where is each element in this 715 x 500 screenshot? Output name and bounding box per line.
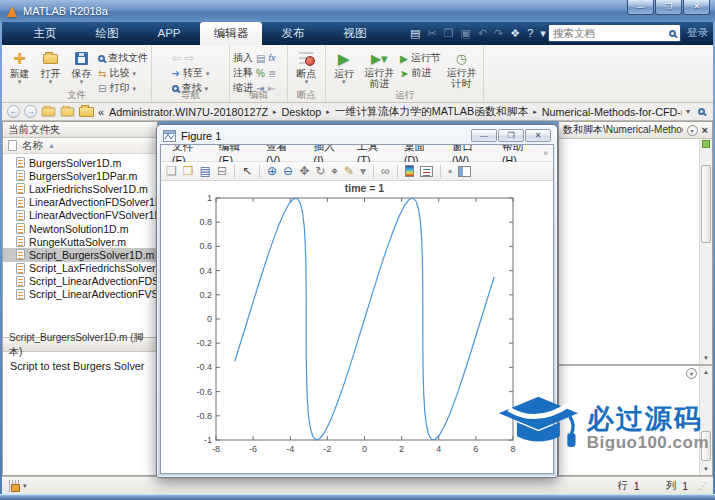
open-button[interactable]: 打开▾ <box>36 47 65 89</box>
name-column-header[interactable]: 名称 ▲ <box>3 138 157 154</box>
lower-panel-menu-icon[interactable]: ▾ <box>686 368 697 379</box>
paste-icon[interactable]: ▣ <box>461 26 471 41</box>
insert-legend-icon[interactable] <box>420 166 433 177</box>
help-icon[interactable]: ? <box>527 26 533 41</box>
status-security-icon[interactable] <box>9 480 20 492</box>
tab-editor[interactable]: 编辑器 <box>200 22 262 45</box>
file-list-item[interactable]: LinearAdvectionFDSolver1D.m <box>3 196 157 209</box>
figure-close-button[interactable]: ✕ <box>525 129 551 142</box>
brush-dropdown-caret[interactable]: ▾ <box>360 163 366 180</box>
figure-minimize-button[interactable]: — <box>471 129 497 142</box>
file-list-item[interactable]: LaxFriedrichsSolver1D.m <box>3 182 157 195</box>
hide-plot-tools-icon[interactable]: ▪ <box>448 163 452 180</box>
close-button[interactable]: ✕ <box>683 0 710 15</box>
breadcrumb-segment[interactable]: Desktop <box>282 106 322 118</box>
tab-plots[interactable]: 绘图 <box>76 22 138 44</box>
goto-button[interactable]: ➔转至▾ <box>172 67 210 79</box>
search-icon[interactable] <box>669 30 676 37</box>
file-list-item[interactable]: Script_BurgersSolver1D.m <box>3 248 157 261</box>
address-search-icon[interactable] <box>698 108 705 115</box>
new-button[interactable]: ✚ 新建▾ <box>5 47 34 89</box>
resize-grip[interactable]: ⋰ <box>698 481 706 491</box>
tab-publish[interactable]: 发布 <box>262 22 324 44</box>
editor-scrollbar[interactable]: ▲ ▼ <box>699 139 712 364</box>
file-list-item[interactable]: NewtonSolution1D.m <box>3 222 157 235</box>
breadcrumb-segment[interactable]: Administrator.WIN7U-20180127Z <box>109 106 268 118</box>
nav-forward-icon[interactable]: → <box>24 105 37 118</box>
save-button[interactable]: 保存▾ <box>67 47 96 89</box>
data-cursor-icon[interactable]: ⌖ <box>331 163 338 180</box>
maximize-button[interactable]: ❐ <box>655 0 682 15</box>
run-section-button[interactable]: ▶运行节 <box>400 52 441 64</box>
doc-search-box[interactable] <box>548 24 681 42</box>
print-figure-icon[interactable]: ⊟ <box>217 163 227 180</box>
panel-close-icon[interactable]: × <box>702 125 708 136</box>
file-list-item[interactable]: RungeKuttaSolver.m <box>3 235 157 248</box>
address-dropdown-caret[interactable]: ▾ <box>686 109 690 114</box>
run-and-advance-button[interactable]: ▶▾ 运行并前进 <box>361 47 398 89</box>
forward-arrow-icon[interactable]: ⇨ <box>185 51 195 65</box>
save-icon[interactable]: ▤ <box>410 26 420 41</box>
scroll-down-icon[interactable]: ▼ <box>700 352 712 364</box>
plot-canvas[interactable]: -8-6-4-202468-1-0.8-0.6-0.4-0.200.20.40.… <box>161 181 553 474</box>
link-plot-icon[interactable]: ∞ <box>381 163 390 180</box>
insert-button[interactable]: 插入▤fx <box>233 52 276 64</box>
browse-folder-icon[interactable] <box>61 107 75 116</box>
file-name: Script_LinearAdvectionFDSolver1D.m <box>29 275 157 287</box>
scroll-up-icon[interactable]: ▲ <box>700 366 712 378</box>
file-list-item[interactable]: Script_LaxFriedrichsSolver1D.m <box>3 262 157 275</box>
doc-search-input[interactable] <box>553 27 666 39</box>
tab-view[interactable]: 视图 <box>324 22 386 44</box>
file-list-item[interactable]: LinearAdvectionFVSolver1D.m <box>3 209 157 222</box>
graduation-cap-icon <box>497 395 580 461</box>
folder-up-icon[interactable] <box>42 107 56 116</box>
switch-windows-icon[interactable]: ❖ <box>510 26 520 41</box>
breadcrumb-segment[interactable]: Numerical-Methods-for-CFD-master <box>542 106 682 118</box>
editor-content[interactable]: ▲ ▼ <box>559 139 712 364</box>
editor-scroll-thumb[interactable] <box>701 165 711 243</box>
compare-button[interactable]: ⇆比较▾ <box>98 67 148 79</box>
back-arrow-icon[interactable]: ⇦ <box>172 51 182 65</box>
open-file-icon[interactable]: ❒ <box>183 163 194 180</box>
save-figure-icon[interactable]: ▤ <box>200 163 211 180</box>
menu-overflow-icon[interactable]: » <box>543 148 553 158</box>
find-files-button[interactable]: 查找文件 <box>98 52 148 64</box>
minimize-button[interactable]: — <box>627 0 654 15</box>
x-tick-label: -2 <box>323 444 331 454</box>
group-label-file: 文件 <box>2 89 151 102</box>
comment-button[interactable]: 注释%≣ <box>233 67 276 79</box>
nav-back-icon[interactable]: ← <box>7 105 20 118</box>
zoom-in-icon[interactable]: ⊕ <box>267 163 277 180</box>
rotate-3d-icon[interactable]: ↻ <box>315 163 325 180</box>
file-list-item[interactable]: Script_LinearAdvectionFDSolver1D.m <box>3 275 157 288</box>
cut-icon[interactable]: ✂ <box>427 26 436 41</box>
edit-plot-arrow-icon[interactable]: ↖ <box>242 163 252 180</box>
panel-menu-icon[interactable]: ▾ <box>687 125 698 136</box>
status-caret-icon[interactable]: ▾ <box>23 483 27 488</box>
figure-restore-button[interactable]: ❐ <box>498 129 524 142</box>
breakpoints-button[interactable]: 断点▾ <box>291 47 322 89</box>
figure-titlebar[interactable]: Figure 1 — ❐ ✕ <box>160 127 554 144</box>
redo-icon[interactable]: ↷ <box>494 26 503 41</box>
run-and-time-button[interactable]: ◷ 运行并计时 <box>443 47 480 89</box>
file-list-item[interactable]: Script_LinearAdvectionFVSolver1D.m <box>3 288 157 301</box>
file-list-item[interactable]: BurgersSolver1DPar.m <box>3 169 157 182</box>
brush-icon[interactable]: ✎ <box>344 163 354 180</box>
pan-icon[interactable]: ✥ <box>299 163 309 180</box>
file-details-header[interactable]: Script_BurgersSolver1D.m (脚本) <box>3 337 157 352</box>
copy-icon[interactable]: ❐ <box>444 26 454 41</box>
dropdown-caret[interactable]: ▾ <box>540 26 546 41</box>
zoom-out-icon[interactable]: ⊖ <box>283 163 293 180</box>
advance-button[interactable]: ➤前进 <box>400 67 441 79</box>
run-button[interactable]: ▶ 运行▾ <box>329 47 359 89</box>
insert-colorbar-icon[interactable] <box>405 165 414 177</box>
breadcrumb-segment[interactable]: 一维计算流体力学的MATLAB函数和脚本 <box>335 105 529 119</box>
editor-panel-titlebar: 数和脚本\Numerical-Methods-f... ▾ × <box>559 122 712 139</box>
tab-apps[interactable]: APP <box>138 22 200 44</box>
sign-in-link[interactable]: 登录 <box>687 26 708 40</box>
file-list-item[interactable]: BurgersSolver1D.m <box>3 156 157 169</box>
new-figure-icon[interactable]: ❏ <box>166 163 177 180</box>
tab-home[interactable]: 主页 <box>14 22 76 44</box>
show-plot-tools-icon[interactable] <box>458 166 471 177</box>
undo-icon[interactable]: ↶ <box>478 26 487 41</box>
